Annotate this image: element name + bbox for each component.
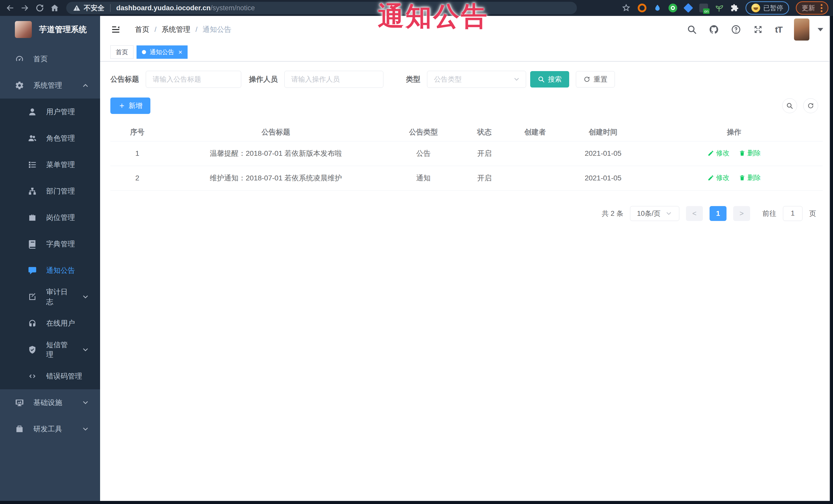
- column-header-公告标题: 公告标题: [164, 123, 387, 141]
- breadcrumb-home[interactable]: 首页: [135, 25, 149, 34]
- update-label: 更新: [802, 4, 815, 13]
- search-button-label: 搜索: [548, 75, 562, 84]
- sidebar-item-label: 岗位管理: [46, 213, 75, 222]
- refresh-icon: [583, 76, 591, 83]
- github-icon[interactable]: [709, 24, 719, 34]
- user-avatar[interactable]: [794, 19, 809, 41]
- table-tools: [782, 98, 818, 113]
- reset-button[interactable]: 重置: [576, 71, 615, 88]
- breadcrumb-system[interactable]: 系统管理: [162, 25, 190, 34]
- tab-home[interactable]: 首页: [110, 45, 134, 59]
- refresh-table-button[interactable]: [803, 98, 818, 113]
- sidebar-item-label: 错误码管理: [46, 371, 82, 381]
- goto-page-input[interactable]: [783, 206, 803, 221]
- font-size-icon[interactable]: tT: [775, 25, 782, 34]
- extension-on-badge: on: [703, 8, 710, 14]
- url-bar[interactable]: 不安全 dashboard.yudao.iocoder.cn/system/no…: [66, 2, 577, 14]
- delete-link[interactable]: 删除: [739, 173, 761, 182]
- prev-page-button[interactable]: <: [686, 206, 703, 221]
- sidebar-collapse-icon[interactable]: [110, 24, 121, 35]
- edit-link[interactable]: 修改: [708, 173, 730, 182]
- browser-menu-kebab-icon[interactable]: [821, 4, 823, 12]
- sidebar-item-字典管理[interactable]: 字典管理: [0, 231, 100, 257]
- search-button[interactable]: 搜索: [530, 71, 569, 88]
- notice-type-select[interactable]: 公告类型: [427, 71, 526, 88]
- error-code-icon: [28, 371, 37, 381]
- pagination-total: 共 2 条: [602, 209, 623, 218]
- sidebar-item-基础设施[interactable]: 基础设施: [0, 389, 100, 416]
- header-search-icon[interactable]: [687, 24, 697, 34]
- app-logo-row[interactable]: 芋道管理系统: [0, 16, 100, 43]
- extension-orange-ring-icon[interactable]: [638, 4, 646, 12]
- extension-green-circle-icon[interactable]: [668, 4, 677, 12]
- sidebar-item-在线用户[interactable]: 在线用户: [0, 310, 100, 336]
- sidebar-menu: 首页系统管理用户管理角色管理菜单管理部门管理岗位管理字典管理通知公告审计日志在线…: [0, 43, 100, 442]
- extension-blue-drop-icon[interactable]: [653, 4, 662, 12]
- browser-forward-icon[interactable]: [20, 3, 30, 13]
- next-page-button[interactable]: >: [733, 206, 750, 221]
- emoji-avatar-icon: [752, 4, 760, 12]
- sidebar-item-label: 角色管理: [46, 134, 75, 143]
- page-1-button[interactable]: 1: [710, 206, 727, 221]
- browser-back-icon[interactable]: [5, 3, 15, 13]
- sidebar-item-审计日志[interactable]: 审计日志: [0, 284, 100, 310]
- sidebar-item-用户管理[interactable]: 用户管理: [0, 99, 100, 125]
- add-button[interactable]: 新增: [110, 97, 150, 114]
- column-header-创建时间: 创建时间: [561, 123, 645, 141]
- extension-blue-diamond-icon[interactable]: [683, 3, 693, 13]
- sidebar-item-label: 在线用户: [46, 318, 75, 328]
- help-icon[interactable]: [731, 24, 741, 34]
- sidebar-item-角色管理[interactable]: 角色管理: [0, 125, 100, 151]
- breadcrumb-separator: /: [154, 25, 157, 33]
- avatar-caret-icon[interactable]: [817, 28, 823, 31]
- hide-search-button[interactable]: [782, 98, 797, 113]
- extension-sprout-icon[interactable]: [715, 4, 723, 12]
- window-bottom-edge: [0, 501, 833, 504]
- page-url: dashboard.yudao.iocoder.cn/system/notice: [116, 4, 255, 12]
- notice-title-input[interactable]: [146, 71, 241, 88]
- sidebar: 芋道管理系统 首页系统管理用户管理角色管理菜单管理部门管理岗位管理字典管理通知公…: [0, 16, 100, 504]
- edit-link[interactable]: 修改: [708, 149, 730, 158]
- breadcrumb-current: 通知公告: [203, 25, 232, 34]
- cell-title: 维护通知：2018-07-01 若依系统凌晨维护: [164, 166, 387, 190]
- delete-link[interactable]: 删除: [739, 149, 761, 158]
- sidebar-item-通知公告[interactable]: 通知公告: [0, 257, 100, 284]
- operator-input[interactable]: [284, 71, 383, 88]
- search-form: 公告标题 操作人员 类型 公告类型 搜索 重置: [110, 71, 823, 88]
- notice-table-body: 1温馨提醒：2018-07-01 若依新版本发布啦公告开启2021-01-05修…: [110, 141, 823, 190]
- page-content: 公告标题 操作人员 类型 公告类型 搜索 重置: [100, 62, 833, 221]
- sidebar-item-错误码管理[interactable]: 错误码管理: [0, 363, 100, 389]
- filter-title-label: 公告标题: [110, 74, 139, 84]
- main-area: 首页 / 系统管理 / 通知公告 tT 首页 通知公告×: [100, 16, 833, 504]
- browser-scrollbar-track[interactable]: [829, 16, 833, 504]
- tab-close-icon[interactable]: ×: [178, 49, 182, 55]
- sidebar-item-菜单管理[interactable]: 菜单管理: [0, 151, 100, 178]
- browser-reload-icon[interactable]: [35, 3, 45, 13]
- chevron-down-icon: [81, 293, 89, 301]
- dict-icon: [28, 239, 37, 249]
- goto-prefix: 前往: [762, 209, 776, 218]
- browser-update-button[interactable]: 更新: [796, 1, 828, 15]
- sidebar-item-首页[interactable]: 首页: [0, 46, 100, 72]
- sidebar-item-部门管理[interactable]: 部门管理: [0, 178, 100, 204]
- sidebar-item-岗位管理[interactable]: 岗位管理: [0, 204, 100, 231]
- sidebar-item-研发工具[interactable]: 研发工具: [0, 416, 100, 442]
- tab-notice[interactable]: 通知公告×: [137, 45, 188, 59]
- fullscreen-icon[interactable]: [753, 24, 763, 34]
- sidebar-item-短信管理[interactable]: 短信管理: [0, 336, 100, 363]
- profile-paused-pill[interactable]: 已暂停: [745, 1, 789, 15]
- page-size-select[interactable]: 10条/页: [630, 206, 679, 221]
- breadcrumb: 首页 / 系统管理 / 通知公告: [135, 25, 232, 34]
- browser-home-icon[interactable]: [50, 3, 60, 13]
- extensions-puzzle-icon[interactable]: [730, 4, 739, 12]
- active-tab-dot: [142, 50, 146, 54]
- cell-status: 开启: [459, 166, 509, 190]
- app-title: 芋道管理系统: [39, 24, 87, 35]
- bookmark-star-icon[interactable]: [621, 3, 631, 13]
- omnibox-divider: [110, 4, 111, 12]
- devtools-icon: [15, 425, 24, 434]
- sidebar-item-系统管理[interactable]: 系统管理: [0, 72, 100, 99]
- audit-icon: [28, 292, 37, 302]
- extension-dark-icon[interactable]: on: [699, 4, 708, 12]
- sidebar-item-label: 研发工具: [33, 424, 62, 434]
